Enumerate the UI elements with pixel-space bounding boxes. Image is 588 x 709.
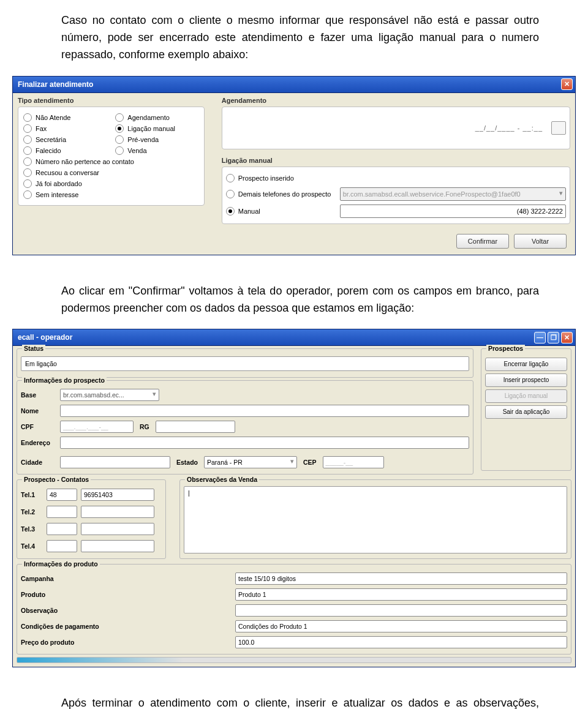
cep-input[interactable]: _____-__ (323, 456, 384, 468)
condicoes-value: Condições do Produto 1 (235, 620, 567, 632)
close-window-icon[interactable]: ✕ (561, 332, 573, 343)
panel-ligacao-manual: Prospecto inserido Demais telefones do p… (222, 167, 570, 224)
observacao-value (235, 604, 567, 617)
radio-nao-atende[interactable]: Não Atende (23, 112, 107, 123)
prod-row-preco: Preço do produto 100.0 (21, 634, 567, 650)
radio-demais-telefones[interactable]: Demais telefones do prospecto (226, 189, 336, 200)
tel1-num-input[interactable]: 96951403 (81, 489, 154, 501)
sair-aplicacao-button[interactable]: Sair da aplicação (485, 405, 567, 419)
group-observacoes: Observações da Venda | (179, 479, 571, 559)
encerrar-ligacao-button[interactable]: Encerrar ligação (485, 358, 567, 371)
agendamento-mask[interactable]: __/__/____ - __:__ (475, 124, 548, 132)
label-ligacao-manual: Ligação manual (222, 153, 575, 165)
tel2-num-input[interactable] (81, 506, 154, 518)
label-info-prospecto: Informações do prospecto (22, 377, 107, 384)
label-base: Base (21, 391, 56, 399)
label-estado: Estado (174, 459, 200, 466)
back-button[interactable]: Voltar (514, 234, 567, 249)
label-status: Status (22, 345, 45, 352)
group-info-produto: Informações do produto Campanha teste 15… (17, 564, 571, 655)
tel4-num-input[interactable] (81, 540, 154, 552)
radio-pre-venda[interactable]: Pré-venda (115, 134, 198, 145)
label-rg: RG (137, 423, 152, 430)
estado-select[interactable]: Paraná - PR (204, 456, 297, 468)
label-observacoes: Observações da Venda (185, 476, 259, 483)
ligacao-manual-button: Ligação manual (485, 389, 567, 403)
label-contatos: Prospecto - Contatos (22, 476, 91, 483)
base-select[interactable]: br.com.samabsd.ec... (60, 389, 159, 401)
observacoes-textarea[interactable]: | (184, 486, 567, 553)
doc-paragraph-2: Ao clicar em "Confirmar" voltamos à tela… (0, 271, 588, 329)
radio-agendamento[interactable]: Agendamento (115, 112, 198, 123)
dialog-title: Finalizar atendimento (18, 80, 93, 89)
label-cidade: Cidade (21, 459, 56, 466)
group-prospectos: Prospectos Encerrar ligação Inserir pros… (481, 348, 571, 471)
tel3-ddd-input[interactable] (47, 523, 77, 535)
close-icon[interactable]: ✕ (561, 78, 573, 90)
confirm-button[interactable]: Confirmar (456, 234, 509, 249)
label-tipo-atendimento: Tipo atendimento (13, 93, 209, 105)
maximize-icon[interactable]: ❐ (548, 332, 559, 343)
label-cpf: CPF (21, 423, 56, 430)
radio-falecido[interactable]: Falecido (23, 145, 107, 156)
cpf-input[interactable]: ___.___.___-__ (60, 421, 134, 433)
bottom-strip (17, 657, 571, 663)
rg-input[interactable] (156, 421, 235, 433)
tel3-num-input[interactable] (81, 523, 154, 535)
prod-row-observacao: Observação (21, 602, 567, 618)
tel1-ddd-input[interactable]: 48 (47, 489, 77, 501)
group-info-prospecto: Informações do prospecto Base br.com.sam… (17, 380, 473, 475)
dialog-finalizar-atendimento: Finalizar atendimento ✕ Tipo atendimento… (12, 76, 576, 255)
tel4-ddd-input[interactable] (47, 540, 77, 552)
group-status: Status Em ligação (17, 348, 473, 378)
nome-input[interactable] (60, 405, 469, 417)
panel-agendamento: __/__/____ - __:__ (222, 107, 570, 149)
group-contatos: Prospecto - Contatos Tel.1 48 96951403 T… (17, 479, 166, 559)
inserir-prospecto-button[interactable]: Inserir prospecto (485, 373, 567, 387)
radio-sem-interesse[interactable]: Sem interesse (23, 189, 199, 200)
label-prospectos: Prospectos (486, 345, 525, 352)
endereco-input[interactable] (60, 437, 469, 449)
radio-fax[interactable]: Fax (23, 123, 107, 134)
tel2-ddd-input[interactable] (47, 506, 77, 518)
manual-number-input[interactable]: (48) 3222-2222 (340, 204, 566, 218)
doc-paragraph-3: Após terminar o atendimento com o client… (0, 683, 588, 709)
radio-recusou-conversar[interactable]: Recusou a conversar (23, 167, 199, 178)
label-info-produto: Informações do produto (22, 560, 100, 568)
prod-row-produto: Produto Produto 1 (21, 587, 567, 602)
agendamento-button[interactable] (551, 121, 566, 135)
label-nome: Nome (21, 407, 56, 415)
tel3-row: Tel.3 (21, 520, 162, 538)
operator-title: ecall - operador (18, 333, 72, 342)
produto-value: Produto 1 (235, 588, 567, 601)
tel1-row: Tel.1 48 96951403 (21, 486, 162, 503)
radio-ligacao-manual[interactable]: Ligação manual (115, 123, 198, 134)
prod-row-condicoes: Condições de pagamento Condições do Prod… (21, 618, 567, 634)
radio-prospecto-inserido[interactable]: Prospecto inserido (226, 173, 336, 184)
minimize-icon[interactable]: — (534, 332, 546, 343)
radio-numero-nao-pertence[interactable]: Número não pertence ao contato (23, 156, 199, 167)
tel2-row: Tel.2 (21, 503, 162, 520)
window-ecall-operador: ecall - operador — ❐ ✕ Status Em ligação… (12, 329, 576, 667)
operator-titlebar: ecall - operador — ❐ ✕ (13, 329, 575, 346)
cidade-input[interactable] (60, 456, 170, 468)
radio-ja-abordado[interactable]: Já foi abordado (23, 178, 199, 189)
radio-manual[interactable]: Manual (226, 206, 336, 217)
radio-venda[interactable]: Venda (115, 145, 198, 156)
radio-secretaria[interactable]: Secretária (23, 134, 107, 145)
label-endereco: Endereço (21, 439, 56, 446)
prod-row-campanha: Campanha teste 15/10 9 digitos (21, 571, 567, 587)
label-agendamento: Agendamento (222, 93, 575, 105)
preco-value: 100.0 (235, 636, 567, 648)
panel-tipo: Não Atende Agendamento Fax Ligação manua… (18, 107, 205, 206)
dialog-titlebar: Finalizar atendimento ✕ (13, 77, 575, 93)
label-cep: CEP (301, 459, 319, 466)
demais-telefones-select[interactable]: br.com.samabsd.ecall.webservice.FonePros… (340, 187, 566, 201)
doc-paragraph-1: Caso no contato com o cliente o mesmo in… (0, 0, 588, 76)
status-value: Em ligação (21, 356, 469, 371)
campanha-value: teste 15/10 9 digitos (235, 572, 567, 585)
tel4-row: Tel.4 (21, 538, 162, 555)
